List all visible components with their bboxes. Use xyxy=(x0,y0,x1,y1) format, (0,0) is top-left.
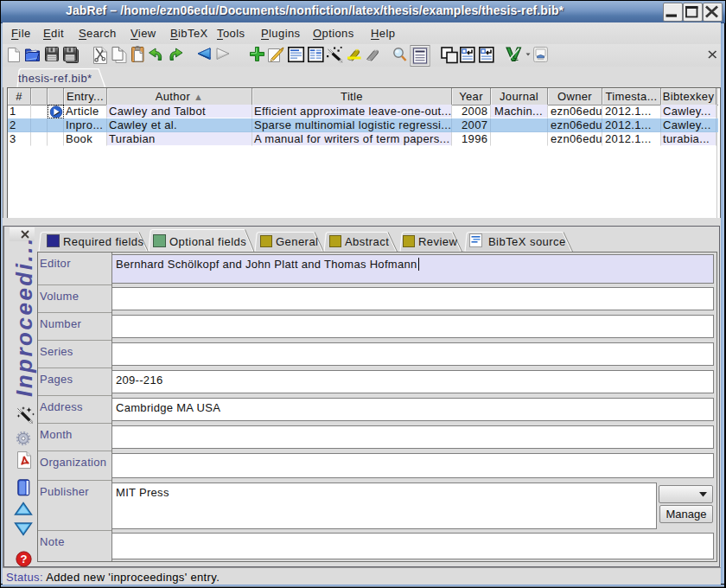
svg-text:?: ? xyxy=(21,553,28,566)
